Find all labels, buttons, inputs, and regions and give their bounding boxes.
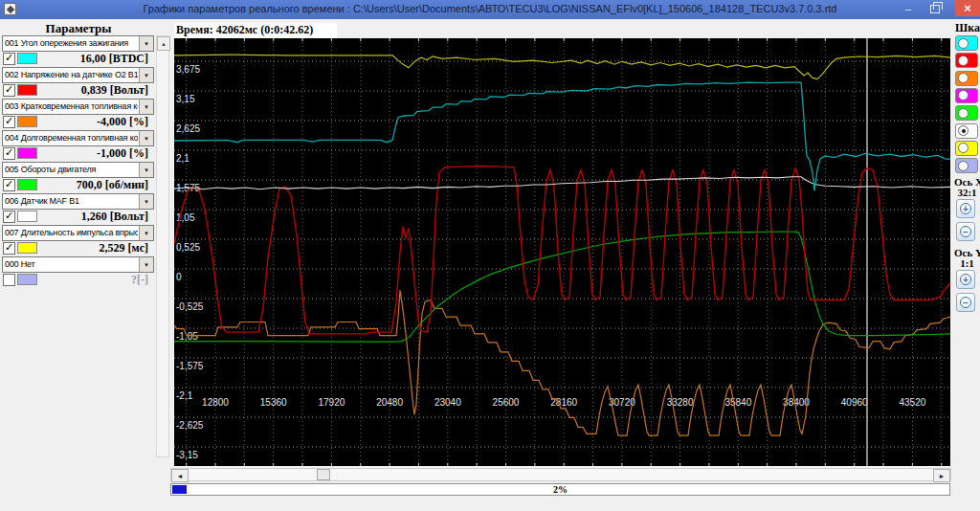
chevron-down-icon[interactable]: ▼ (139, 194, 153, 209)
parameter-color-swatch (17, 147, 37, 159)
trace-002 (174, 167, 950, 334)
trace-006 (174, 177, 950, 189)
svg-text:-2,625: -2,625 (176, 420, 204, 431)
svg-text:35840: 35840 (724, 397, 751, 408)
window-title: Графики параметров реального времени : C… (0, 3, 980, 14)
parameter-row: 005 Обороты двигателя▼✓700,0 [об/мин] (2, 162, 154, 193)
scale-select-radio[interactable] (955, 105, 978, 121)
parameter-select[interactable]: 007 Длительность импульса впрыс▼ (2, 225, 154, 241)
trace-007 (174, 55, 950, 78)
scale-select-radio[interactable] (955, 88, 978, 103)
scroll-left-button[interactable]: ◄ (171, 469, 189, 482)
chevron-down-icon[interactable]: ▼ (139, 226, 153, 240)
scale-select-radio[interactable] (955, 158, 978, 173)
parameter-select[interactable]: 004 Долговременная топливная кор▼ (2, 130, 154, 146)
zoom-out-icon: − (960, 226, 971, 237)
parameter-visible-checkbox[interactable]: ✓ (3, 116, 15, 128)
parameter-select[interactable]: 001 Угол опережения зажигания▼ (2, 35, 154, 52)
chevron-down-icon[interactable]: ▼ (139, 257, 153, 272)
zoom-out-icon: − (960, 297, 971, 308)
parameter-select-value: 004 Долговременная топливная кор (5, 133, 138, 143)
scroll-right-icon: ► (939, 473, 946, 479)
svg-text:0: 0 (176, 272, 182, 282)
svg-text:43520: 43520 (899, 397, 925, 408)
parameter-row: 001 Угол опережения зажигания▼✓16,00 [BT… (2, 35, 154, 67)
scale-select-radio[interactable] (955, 53, 978, 68)
radio-icon (958, 143, 969, 153)
chevron-down-icon[interactable]: ▼ (139, 131, 153, 145)
y-zoom-in-button[interactable]: + (956, 270, 975, 289)
svg-text:15360: 15360 (260, 397, 287, 408)
parameter-select-value: 000 Нет (5, 259, 138, 269)
zoom-in-icon: + (960, 274, 971, 285)
svg-text:17920: 17920 (318, 397, 345, 408)
parameter-color-swatch (17, 274, 37, 285)
parameter-select[interactable]: 000 Нет▼ (2, 256, 154, 273)
parameters-panel: Параметры 001 Угол опережения зажигания▼… (0, 19, 170, 511)
chart-h-scrollbar[interactable]: ◄ ► (170, 468, 951, 481)
parameter-visible-checkbox[interactable] (3, 274, 15, 286)
scale-select-radio[interactable] (955, 71, 978, 86)
scroll-right-button[interactable]: ► (933, 469, 950, 482)
parameter-row: 003 Кратковременная топливная ко▼✓-4,000… (2, 99, 154, 130)
parameter-visible-checkbox[interactable]: ✓ (3, 242, 15, 255)
chevron-down-icon[interactable]: ▼ (139, 36, 153, 51)
minimize-button[interactable]: – (898, 0, 919, 16)
parameter-value: 16,00 [BTDC] (37, 52, 148, 66)
parameter-row: 007 Длительность импульса впрыс▼✓2,529 [… (2, 225, 154, 256)
chevron-down-icon[interactable]: ▼ (139, 100, 153, 114)
scroll-up-button[interactable]: ▲ (157, 36, 170, 51)
zoom-in-icon: + (960, 203, 971, 214)
parameters-scrollbar[interactable]: ▲ (156, 35, 169, 457)
parameter-select[interactable]: 005 Обороты двигателя▼ (2, 162, 154, 178)
parameter-value: 700,0 [об/мин] (37, 178, 148, 192)
chevron-down-icon[interactable]: ▼ (139, 163, 153, 177)
parameter-visible-checkbox[interactable]: ✓ (3, 179, 15, 191)
scale-select-radio[interactable] (955, 35, 978, 51)
parameter-select-value: 007 Длительность импульса впрыс (5, 228, 138, 237)
svg-text:3,675: 3,675 (176, 64, 200, 75)
parameter-value: 2,529 [мс] (37, 241, 148, 256)
scale-select-radio[interactable] (955, 123, 978, 139)
time-readout: Время: 42062мс (0:0:42.62) (174, 23, 337, 38)
parameters-header: Параметры (0, 21, 157, 36)
svg-text:20480: 20480 (376, 397, 403, 408)
trace-005 (174, 232, 950, 342)
parameter-visible-checkbox[interactable]: ✓ (3, 84, 15, 97)
parameter-color-swatch (17, 242, 37, 254)
parameter-select[interactable]: 006 Датчик MAF B1▼ (2, 193, 154, 210)
scale-select-radio[interactable] (955, 141, 978, 156)
parameter-visible-checkbox[interactable]: ✓ (3, 53, 15, 65)
close-button[interactable]: × (955, 0, 980, 16)
svg-text:40960: 40960 (841, 397, 868, 408)
chart-plot-area[interactable]: 3,6753,152,6252,11,5751,050,5250-0,525-1… (174, 38, 950, 466)
parameter-select-value: 002 Напряжение на датчике O2 B1 S (5, 70, 138, 79)
radio-icon (958, 73, 969, 83)
svg-text:12800: 12800 (202, 397, 229, 408)
playback-progress-bar: 2% (170, 483, 950, 496)
restore-button[interactable] (924, 0, 946, 16)
parameter-visible-checkbox[interactable]: ✓ (3, 147, 15, 160)
svg-text:23040: 23040 (434, 397, 461, 408)
title-bar[interactable]: Графики параметров реального времени : C… (0, 0, 980, 19)
parameter-select[interactable]: 002 Напряжение на датчике O2 B1 S▼ (2, 67, 154, 83)
svg-text:2,1: 2,1 (176, 153, 189, 164)
y-zoom-out-button[interactable]: − (956, 293, 975, 312)
chevron-down-icon[interactable]: ▼ (139, 68, 153, 82)
parameter-value: ?[-] (37, 273, 148, 287)
app-window: Графики параметров реального времени : C… (0, 0, 980, 511)
svg-text:-0,525: -0,525 (176, 301, 204, 312)
scrollbar-thumb[interactable] (317, 469, 330, 480)
scale-header: Шкал (955, 21, 980, 35)
x-zoom-in-button[interactable]: + (956, 199, 975, 218)
x-axis-zoom-ratio: 32:1 (954, 187, 980, 198)
scroll-up-icon: ▲ (161, 41, 167, 47)
parameter-visible-checkbox[interactable]: ✓ (3, 211, 15, 223)
parameter-select[interactable]: 003 Кратковременная топливная ко▼ (2, 99, 154, 115)
parameter-select-value: 006 Датчик MAF B1 (5, 196, 138, 206)
parameter-select-value: 003 Кратковременная топливная ко (5, 101, 138, 111)
scale-panel: Шкал Ось X 32:1 + − Ось Y 1:1 + − (954, 19, 980, 511)
parameter-color-swatch (17, 84, 37, 96)
restore-icon (930, 5, 940, 13)
x-zoom-out-button[interactable]: − (956, 222, 975, 241)
